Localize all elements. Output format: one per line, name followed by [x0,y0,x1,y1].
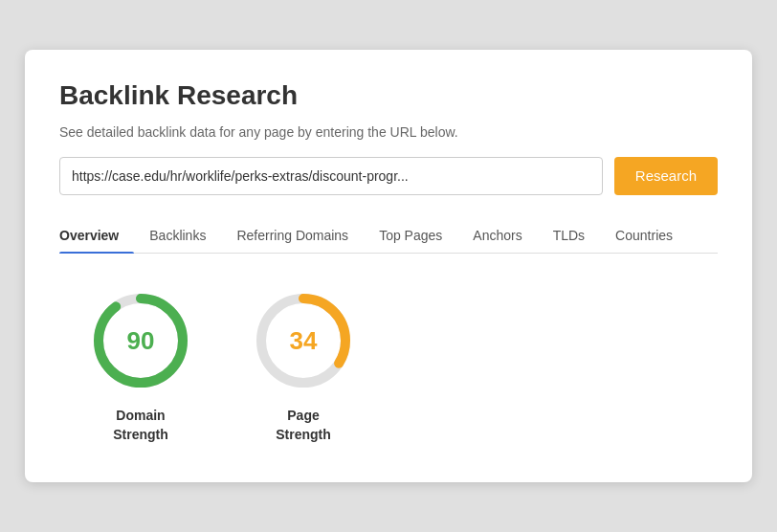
tab-overview[interactable]: Overview [59,218,134,253]
domain-strength-value: 90 [127,325,155,355]
tabs-bar: Overview Backlinks Referring Domains Top… [59,218,718,254]
search-row: Research [59,157,718,195]
tab-referring-domains[interactable]: Referring Domains [221,218,364,253]
page-strength-value: 34 [290,325,318,355]
page-strength-gauge: 34 [251,288,356,393]
domain-strength-label: DomainStrength [113,407,168,444]
page-title: Backlink Research [59,80,718,111]
research-button[interactable]: Research [614,157,718,195]
page-strength-metric: 34 PageStrength [251,288,356,444]
tab-countries[interactable]: Countries [600,218,688,253]
main-card: Backlink Research See detailed backlink … [25,50,752,482]
domain-strength-metric: 90 DomainStrength [88,288,193,444]
metrics-row: 90 DomainStrength 34 PageStrength [59,288,718,444]
domain-strength-gauge: 90 [88,288,193,393]
page-strength-label: PageStrength [276,407,331,444]
tab-backlinks[interactable]: Backlinks [134,218,221,253]
tab-top-pages[interactable]: Top Pages [364,218,457,253]
tab-tlds[interactable]: TLDs [538,218,600,253]
page-subtitle: See detailed backlink data for any page … [59,124,718,140]
url-input[interactable] [59,157,603,195]
tab-anchors[interactable]: Anchors [457,218,537,253]
